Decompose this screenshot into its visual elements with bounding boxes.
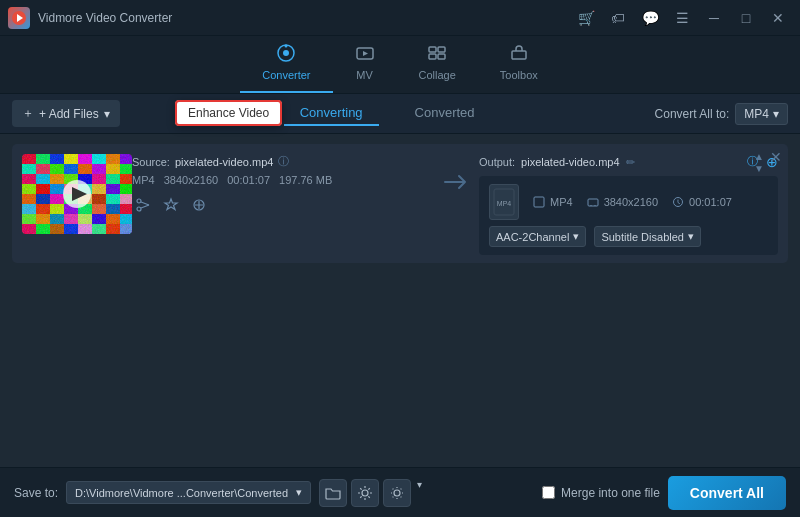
output-header-row: Output: pixelated-video.mp4 ✏ ⓘ ⊕ — [479, 154, 778, 170]
svg-rect-62 — [36, 214, 50, 224]
close-icon[interactable]: ✕ — [764, 6, 792, 30]
svg-rect-45 — [22, 194, 36, 204]
tab-collage-label: Collage — [419, 69, 456, 81]
svg-rect-28 — [120, 164, 132, 174]
tag-icon[interactable]: 🏷 — [604, 6, 632, 30]
svg-rect-34 — [92, 174, 106, 184]
maximize-icon[interactable]: □ — [732, 6, 760, 30]
svg-rect-36 — [120, 174, 132, 184]
cut-icon[interactable] — [132, 194, 154, 216]
add-files-button[interactable]: ＋ + Add Files ▾ — [12, 100, 120, 127]
svg-rect-53 — [22, 204, 36, 214]
svg-rect-69 — [22, 224, 36, 234]
tab-converter[interactable]: Converter — [240, 36, 332, 93]
svg-rect-72 — [64, 224, 78, 234]
tab-mv[interactable]: MV — [333, 36, 397, 93]
svg-rect-46 — [36, 194, 50, 204]
svg-rect-31 — [50, 174, 64, 184]
folder-icon-button[interactable] — [319, 479, 347, 507]
tab-collage[interactable]: Collage — [397, 36, 478, 93]
arrow-section — [431, 154, 479, 192]
settings1-icon-button[interactable] — [351, 479, 379, 507]
tab-mv-label: MV — [356, 69, 373, 81]
card-close-button[interactable]: ✕ — [770, 150, 782, 164]
svg-point-3 — [283, 50, 289, 56]
title-bar-right: 🛒 🏷 💬 ☰ ─ □ ✕ — [572, 6, 792, 30]
title-bar: Vidmore Video Converter 🛒 🏷 💬 ☰ ─ □ ✕ — [0, 0, 800, 36]
edit-icon[interactable]: ✏ — [626, 156, 635, 169]
svg-rect-51 — [106, 194, 120, 204]
audio-codec-arrow: ▾ — [573, 230, 579, 243]
settings-dropdown-arrow[interactable]: ▾ — [415, 479, 424, 507]
output-row2: AAC-2Channel ▾ Subtitle Disabled ▾ — [489, 226, 768, 247]
merge-checkbox-input[interactable] — [542, 486, 555, 499]
svg-rect-18 — [92, 154, 106, 164]
svg-rect-27 — [106, 164, 120, 174]
bottom-icons: ▾ — [319, 479, 424, 507]
svg-rect-14 — [36, 154, 50, 164]
chat-icon[interactable]: 💬 — [636, 6, 664, 30]
svg-rect-29 — [22, 174, 36, 184]
svg-rect-71 — [50, 224, 64, 234]
svg-rect-74 — [92, 224, 106, 234]
toolbar: ＋ + Add Files ▾ Converting Converted Con… — [0, 94, 800, 134]
settings2-icon-button[interactable] — [383, 479, 411, 507]
svg-rect-23 — [50, 164, 64, 174]
source-label: Source: — [132, 156, 170, 168]
video-thumbnail[interactable] — [22, 154, 132, 234]
output-duration: 00:01:07 — [672, 196, 732, 208]
audio-codec-select[interactable]: AAC-2Channel ▾ — [489, 226, 586, 247]
video-meta-row: MP4 3840x2160 00:01:07 197.76 MB — [132, 174, 431, 186]
save-path-input[interactable]: D:\Vidmore\Vidmore ...Converter\Converte… — [66, 481, 311, 504]
svg-rect-30 — [36, 174, 50, 184]
svg-rect-7 — [438, 47, 445, 52]
card-nav-down[interactable]: ▼ — [754, 164, 764, 174]
video-resolution: 3840x2160 — [164, 174, 218, 186]
svg-rect-55 — [50, 204, 64, 214]
svg-rect-73 — [78, 224, 92, 234]
converting-tab[interactable]: Converting — [284, 101, 379, 126]
video-actions-row — [132, 194, 431, 216]
toolbox-icon — [509, 44, 529, 65]
svg-rect-70 — [36, 224, 50, 234]
subtitle-select[interactable]: Subtitle Disabled ▾ — [594, 226, 701, 247]
merge-checkbox-label[interactable]: Merge into one file — [542, 486, 660, 500]
cart-icon[interactable]: 🛒 — [572, 6, 600, 30]
title-bar-left: Vidmore Video Converter — [8, 7, 172, 29]
svg-text:MP4: MP4 — [497, 200, 512, 207]
svg-rect-65 — [78, 214, 92, 224]
svg-rect-66 — [92, 214, 106, 224]
svg-rect-43 — [106, 184, 120, 194]
menu-icon[interactable]: ☰ — [668, 6, 696, 30]
video-info-left: Source: pixelated-video.mp4 ⓘ MP4 3840x2… — [132, 154, 431, 216]
svg-rect-58 — [92, 204, 106, 214]
tab-toolbox-label: Toolbox — [500, 69, 538, 81]
source-info-icon[interactable]: ⓘ — [278, 154, 289, 169]
video-source-row: Source: pixelated-video.mp4 ⓘ — [132, 154, 431, 169]
minimize-icon[interactable]: ─ — [700, 6, 728, 30]
svg-rect-24 — [64, 164, 78, 174]
convert-all-button[interactable]: Convert All — [668, 476, 786, 510]
svg-rect-21 — [22, 164, 36, 174]
svg-rect-60 — [120, 204, 132, 214]
svg-rect-19 — [106, 154, 120, 164]
video-duration: 00:01:07 — [227, 174, 270, 186]
svg-rect-59 — [106, 204, 120, 214]
save-path-dropdown-arrow: ▾ — [296, 486, 302, 499]
svg-rect-39 — [50, 184, 64, 194]
svg-rect-75 — [106, 224, 120, 234]
effects-icon[interactable] — [160, 194, 182, 216]
format-dropdown[interactable]: MP4 ▾ — [735, 103, 788, 125]
save-path-value: D:\Vidmore\Vidmore ...Converter\Converte… — [75, 487, 288, 499]
output-format: MP4 — [533, 196, 573, 208]
output-format-icon: MP4 — [489, 184, 519, 220]
svg-rect-86 — [534, 197, 544, 207]
converted-tab[interactable]: Converted — [399, 101, 491, 126]
card-nav-up[interactable]: ▲ — [754, 152, 764, 162]
video-card: Source: pixelated-video.mp4 ⓘ MP4 3840x2… — [12, 144, 788, 263]
svg-rect-76 — [120, 224, 132, 234]
tab-toolbox[interactable]: Toolbox — [478, 36, 560, 93]
convert-all-to-label: Convert All to: — [655, 107, 730, 121]
output-label: Output: — [479, 156, 515, 168]
enhance-icon[interactable] — [188, 194, 210, 216]
